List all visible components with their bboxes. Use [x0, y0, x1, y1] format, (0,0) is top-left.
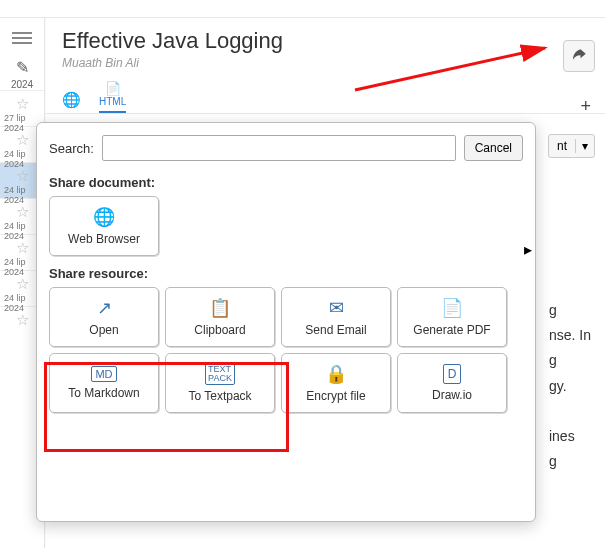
open-icon: ↗: [97, 297, 112, 319]
background-text: gnse. Inggy.inesg: [549, 298, 591, 474]
textpack-icon: TEXTPACK: [205, 363, 235, 385]
tile-encrypt-file[interactable]: 🔒Encrypt file: [281, 353, 391, 413]
nt-dropdown[interactable]: nt▾: [548, 134, 595, 158]
tile-web-browser[interactable]: 🌐Web Browser: [49, 196, 159, 256]
tile-open[interactable]: ↗Open: [49, 287, 159, 347]
tile-send-email[interactable]: ✉Send Email: [281, 287, 391, 347]
document-title: Effective Java Logging: [46, 18, 605, 54]
share-arrow-icon: [570, 47, 588, 65]
tile-drawio[interactable]: DDraw.io: [397, 353, 507, 413]
document-author: Muaath Bin Ali: [46, 54, 605, 80]
tab-html[interactable]: 📄HTML: [99, 81, 126, 113]
pdf-icon: 📄: [441, 297, 463, 319]
globe-icon: 🌐: [62, 91, 81, 109]
lock-icon: 🔒: [325, 363, 347, 385]
share-document-heading: Share document:: [49, 175, 523, 190]
clipboard-icon: 📋: [209, 297, 231, 319]
search-label: Search:: [49, 141, 94, 156]
tile-generate-pdf[interactable]: 📄Generate PDF: [397, 287, 507, 347]
tile-clipboard[interactable]: 📋Clipboard: [165, 287, 275, 347]
tab-www[interactable]: 🌐: [62, 91, 81, 113]
wand-icon[interactable]: ✎: [0, 58, 44, 77]
email-icon: ✉: [329, 297, 344, 319]
cancel-button[interactable]: Cancel: [464, 135, 523, 161]
markdown-icon: MD: [91, 366, 116, 382]
chevron-down-icon[interactable]: ▾: [575, 139, 594, 153]
share-button[interactable]: [563, 40, 595, 72]
star-icon[interactable]: ☆: [0, 95, 44, 113]
html-icon: 📄: [105, 81, 121, 96]
globe-icon: 🌐: [93, 206, 115, 228]
mouse-cursor-icon: ▸: [524, 240, 532, 259]
drawio-icon: D: [443, 364, 462, 384]
tile-to-textpack[interactable]: TEXTPACKTo Textpack: [165, 353, 275, 413]
share-resource-heading: Share resource:: [49, 266, 523, 281]
add-tab-button[interactable]: +: [580, 96, 591, 117]
hamburger-menu[interactable]: [7, 26, 37, 50]
year-label: 2024: [0, 79, 44, 90]
search-input[interactable]: [102, 135, 456, 161]
share-dialog: Search: Cancel Share document: 🌐Web Brow…: [36, 122, 536, 522]
tile-to-markdown[interactable]: MDTo Markdown: [49, 353, 159, 413]
